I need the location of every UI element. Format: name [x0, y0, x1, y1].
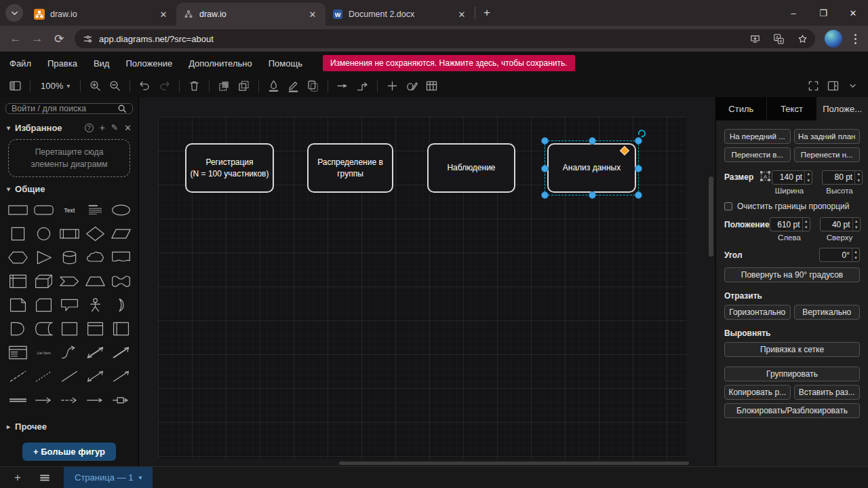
more-shapes-button[interactable]: + Больше фигур — [22, 443, 116, 461]
card-shape[interactable] — [31, 293, 56, 317]
to-back-icon[interactable] — [234, 77, 254, 95]
minimize-button[interactable]: – — [778, 0, 808, 26]
angle-spinner[interactable]: ▲▼ — [852, 248, 859, 261]
constrain-proportions-icon[interactable]: A — [759, 170, 772, 185]
step-shape[interactable] — [56, 269, 82, 293]
edit-pencil-icon[interactable]: ✎ — [111, 123, 118, 132]
waypoints-icon[interactable] — [353, 77, 372, 95]
move-forward-button[interactable]: Перенести в... — [724, 147, 791, 162]
shadow-icon[interactable] — [303, 77, 323, 95]
translate-icon[interactable]: A — [770, 31, 787, 47]
vertical-scrollbar[interactable] — [709, 176, 713, 257]
data-storage-shape[interactable] — [31, 317, 56, 341]
maximize-button[interactable]: ❐ — [808, 0, 838, 26]
menu-view[interactable]: Вид — [94, 58, 110, 69]
general-section-header[interactable]: ▾ Общие — [0, 179, 138, 197]
list-item-shape[interactable]: List Item — [31, 341, 56, 364]
fullscreen-icon[interactable] — [804, 77, 823, 95]
menu-arrange[interactable]: Положение — [125, 58, 172, 69]
new-tab-button[interactable]: + — [478, 4, 496, 22]
unsaved-changes-banner[interactable]: Изменения не сохраняются. Нажмите здесь,… — [323, 55, 575, 71]
square-shape[interactable] — [5, 222, 31, 246]
close-tab-icon[interactable]: ✕ — [307, 8, 319, 20]
edge-connect-handle[interactable] — [620, 146, 629, 155]
browser-menu-icon[interactable] — [848, 31, 863, 47]
reload-icon[interactable]: ⟳ — [49, 29, 69, 49]
forward-icon[interactable]: → — [27, 29, 47, 49]
chevron-down-icon[interactable] — [843, 77, 863, 95]
or-shape[interactable] — [108, 293, 134, 317]
favorites-section-header[interactable]: ▾ Избранное ? + ✎ ✕ — [0, 117, 138, 136]
height-input[interactable]: 80 pt▲▼ — [822, 170, 863, 185]
resize-handle-nw[interactable] — [541, 137, 549, 145]
browser-tab-1[interactable]: draw.io ✕ — [27, 3, 176, 26]
help-icon[interactable]: ? — [85, 124, 94, 132]
cube-shape[interactable] — [31, 269, 56, 293]
menu-edit[interactable]: Правка — [47, 58, 77, 69]
url-text[interactable]: app.diagrams.net/?src=about — [99, 34, 740, 44]
undo-icon[interactable] — [135, 77, 155, 95]
menu-file[interactable]: Файл — [9, 58, 31, 69]
copy-size-button[interactable]: Копировать р... — [724, 385, 791, 400]
bidirectional-connector-shape[interactable] — [82, 364, 108, 388]
internal-storage-shape[interactable] — [5, 269, 31, 293]
link-shape[interactable] — [5, 388, 31, 412]
shape-search-input[interactable]: Войти / для поиска — [5, 103, 133, 114]
flip-horizontal-button[interactable]: Горизонтально — [724, 305, 791, 320]
width-spinner[interactable]: ▲▼ — [804, 171, 812, 184]
ellipse-shape[interactable] — [108, 198, 134, 222]
thin-arrow-shape[interactable] — [82, 388, 108, 412]
tab-arrange[interactable]: Положе... — [817, 97, 868, 121]
page-tab[interactable]: Страница — 1 ▾ — [64, 467, 153, 488]
rotate-handle-icon[interactable] — [637, 128, 647, 138]
vertical-container-shape[interactable] — [82, 317, 108, 341]
diamond-shape[interactable] — [82, 222, 108, 246]
close-icon[interactable]: ✕ — [124, 123, 132, 133]
width-input[interactable]: 140 pt▲▼ — [772, 170, 812, 185]
close-window-button[interactable]: ✕ — [838, 0, 868, 26]
rounded-rectangle-shape[interactable] — [31, 198, 56, 222]
triangle-shape[interactable] — [31, 246, 56, 269]
redo-icon[interactable] — [155, 77, 174, 95]
snap-to-grid-button[interactable]: Привязка к сетке — [724, 342, 860, 357]
tab-style[interactable]: Стиль — [716, 97, 767, 121]
container-shape[interactable] — [56, 317, 82, 341]
dashed-arrow-shape[interactable] — [56, 388, 82, 412]
zoom-out-icon[interactable] — [105, 77, 125, 95]
format-panel-icon[interactable] — [823, 77, 843, 95]
bidirectional-arrow-shape[interactable] — [82, 341, 108, 364]
tab-search-button[interactable] — [5, 4, 23, 22]
clear-constraint-row[interactable]: Очистить границы пропорций — [724, 202, 860, 211]
position-x-input[interactable]: 610 pt▲▼ — [770, 217, 810, 231]
other-section-header[interactable]: ▸ Прочее — [0, 416, 138, 434]
node-group-assignment[interactable]: Распределение в группы — [307, 143, 393, 193]
arrow-link-shape[interactable] — [31, 388, 56, 412]
add-page-icon[interactable]: + — [8, 468, 27, 487]
angle-input[interactable]: 0°▲▼ — [819, 248, 860, 262]
sidebar-toggle-icon[interactable] — [5, 77, 25, 95]
browser-tab-3[interactable]: W Document 2.docx ✕ — [326, 3, 475, 26]
parallelogram-shape[interactable] — [108, 222, 134, 246]
text-shape[interactable]: Text — [56, 198, 82, 222]
dotted-line-shape[interactable] — [31, 364, 56, 388]
group-button[interactable]: Группировать — [724, 367, 860, 381]
pages-menu-icon[interactable] — [35, 468, 54, 487]
height-spinner[interactable]: ▲▼ — [854, 171, 862, 184]
move-backward-button[interactable]: Перенести н... — [794, 147, 861, 162]
document-shape[interactable] — [108, 246, 134, 269]
site-settings-icon[interactable] — [83, 34, 93, 44]
labeled-arrow-shape[interactable] — [108, 388, 134, 412]
resize-handle-sw[interactable] — [541, 191, 549, 199]
resize-handle-s[interactable] — [589, 191, 596, 199]
to-front-icon[interactable] — [214, 77, 234, 95]
node-observation[interactable]: Наблюдение — [427, 143, 515, 193]
dashed-line-shape[interactable] — [5, 364, 31, 388]
x-spinner[interactable]: ▲▼ — [802, 218, 810, 231]
selection-outline[interactable] — [545, 140, 639, 195]
zoom-dropdown[interactable]: 100%▾ — [35, 81, 75, 91]
delete-icon[interactable] — [184, 77, 204, 95]
freehand-icon[interactable] — [402, 77, 422, 95]
cloud-shape[interactable] — [82, 246, 108, 269]
add-icon[interactable]: + — [100, 122, 105, 133]
browser-tab-2-active[interactable]: draw.io ✕ — [176, 3, 326, 26]
